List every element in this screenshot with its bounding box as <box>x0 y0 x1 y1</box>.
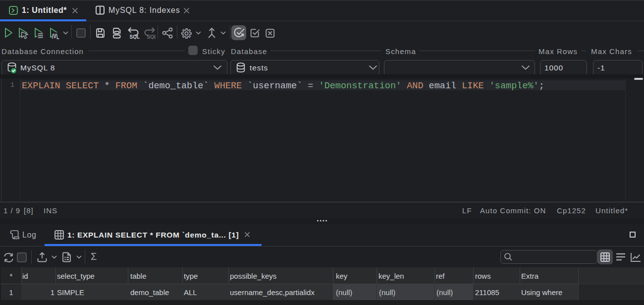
svg-text:SQL: SQL <box>130 34 140 39</box>
svg-text:SQL: SQL <box>147 34 156 39</box>
